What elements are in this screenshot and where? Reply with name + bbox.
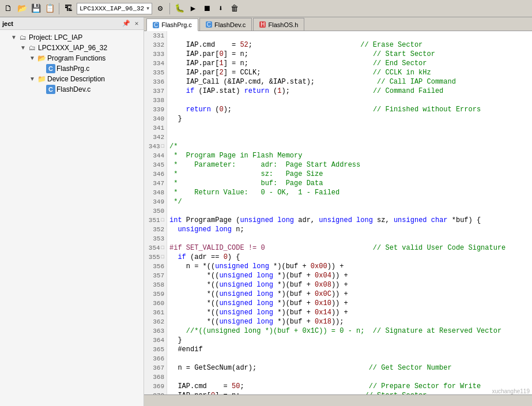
flashdev-label: FlashDev.c [56, 85, 90, 93]
program-functions-label: Program Functions [47, 54, 105, 62]
device-desc-folder-icon: 📁 [37, 74, 46, 84]
code-line: * Return Value: 0 - OK, 1 - Failed [169, 188, 532, 197]
toolbar-target-dropdown[interactable]: LPC1XXX_IAP_96_32 ▼ [77, 3, 152, 14]
content-area: C FlashPrg.c C FlashDev.c H FlashOS.h 33… [144, 17, 532, 406]
tab-flashprg[interactable]: C FlashPrg.c [146, 18, 198, 31]
line-number: 334 [144, 59, 167, 68]
code-line: } [169, 336, 532, 345]
sidebar: ject 📌 ✕ ▼ 🗂 Project: LPC_IAP ▼ 🗂 LPC1XX… [0, 17, 144, 406]
code-line [169, 234, 532, 243]
code-line [169, 373, 532, 382]
tree-item-program-functions[interactable]: ▼ 📂 Program Functions [0, 53, 144, 63]
line-number: 364 [144, 336, 167, 345]
tab-flashos[interactable]: H FlashOS.h [253, 18, 304, 31]
toolbar-icon-save[interactable]: 💾 [30, 3, 41, 14]
code-line: //*((unsigned long *)(buf + 0x1C)) = 0 -… [169, 326, 532, 336]
code-line: * buf: Page Data [169, 179, 532, 188]
toolbar-icon-stop[interactable]: ⏹ [201, 3, 213, 14]
sidebar-close-icon[interactable]: ✕ [132, 19, 141, 28]
code-line [169, 96, 532, 105]
line-number: 332 [144, 40, 167, 50]
toolbar-icon-settings[interactable]: ⚙ [154, 3, 166, 14]
line-number: 361 [144, 308, 167, 317]
line-number: 354□ [144, 243, 167, 253]
line-number: 351□ [144, 216, 167, 225]
sidebar-header-icons: 📌 ✕ [122, 19, 141, 28]
line-number: 346 [144, 170, 167, 179]
toolbar-icon-download[interactable]: ⬇ [215, 3, 227, 14]
line-number: 352 [144, 225, 167, 234]
line-number: 336 [144, 77, 167, 87]
code-line: } [169, 114, 532, 123]
device-group-toggle[interactable]: ▼ [18, 43, 28, 52]
tree-item-device-description[interactable]: ▼ 📁 Device Description [0, 74, 144, 84]
line-number: 341 [144, 123, 167, 133]
code-line: if (IAP.stat) return (1); // Command Fai… [169, 87, 532, 96]
code-line: int ProgramPage (unsigned long adr, unsi… [169, 216, 532, 225]
toolbar-icon-build[interactable]: 🏗 [63, 3, 74, 14]
tree-item-device-group[interactable]: ▼ 🗂 LPC1XXX_IAP_96_32 [0, 43, 144, 53]
tree-item-flashprg[interactable]: C FlashPrg.c [0, 63, 144, 74]
code-line: IAP.par[1] = n; // End Sector [169, 59, 532, 68]
code-line: IAP.par[0] = n; // Start Sector [169, 50, 532, 59]
tree-item-project[interactable]: ▼ 🗂 Project: LPC_IAP [0, 32, 144, 43]
line-number: 337 [144, 87, 167, 96]
tab-flashos-label: FlashOS.h [268, 21, 298, 28]
line-number: 335 [144, 68, 167, 77]
tab-flashdev-icon: C [206, 21, 212, 28]
project-label: Project: LPC_IAP [29, 33, 82, 42]
device-desc-toggle[interactable]: ▼ [28, 74, 37, 84]
device-group-label: LPC1XXX_IAP_96_32 [38, 44, 107, 52]
code-line: IAP_Call (&IAP.cmd, &IAP.stat); // Call … [169, 77, 532, 87]
tab-flashos-icon: H [259, 21, 266, 28]
toolbar-icon-open[interactable]: 📂 [16, 3, 28, 14]
code-line [169, 206, 532, 216]
flashdev-toggle [37, 85, 46, 94]
line-number: 357 [144, 271, 167, 280]
line-number: 348 [144, 188, 167, 197]
main-layout: ject 📌 ✕ ▼ 🗂 Project: LPC_IAP ▼ 🗂 LPC1XX… [0, 17, 532, 406]
line-number: 368 [144, 373, 167, 382]
line-number: 359 [144, 290, 167, 299]
line-number: 360 [144, 299, 167, 308]
prog-func-toggle[interactable]: ▼ [28, 54, 37, 63]
line-number: 339 [144, 105, 167, 114]
line-number: 362 [144, 317, 167, 326]
sidebar-title: ject [2, 20, 13, 27]
folder-open-icon: 📂 [37, 54, 46, 63]
toolbar-icon-new[interactable]: 🗋 [2, 3, 14, 14]
line-number: 366 [144, 354, 167, 363]
line-number: 331 [144, 31, 167, 40]
code-line: *((unsigned long *)(buf + 0x04)) + [169, 271, 532, 280]
code-line: * sz: Page Size [169, 170, 532, 179]
toolbar-icon-run[interactable]: ▶ [187, 3, 199, 14]
line-number: 333 [144, 50, 167, 59]
toolbar-icon-save-all[interactable]: 📋 [44, 3, 55, 14]
line-number: 342 [144, 133, 167, 142]
code-line: n = GetSecNum(adr); // Get Sector Number [169, 363, 532, 373]
toolbar-icon-debug[interactable]: 🐛 [173, 3, 185, 14]
file-c-icon-2: C [46, 85, 55, 94]
code-line: if (adr == 0) { [169, 253, 532, 262]
code-editor[interactable]: 331332333334335336337338339340341342343□… [144, 31, 532, 394]
line-number: 345 [144, 160, 167, 170]
code-line: IAP.cmd = 52; // Erase Sector [169, 40, 532, 50]
sidebar-pin-icon[interactable]: 📌 [122, 19, 131, 28]
line-number: 350 [144, 206, 167, 216]
code-line: * Program Page in Flash Memory [169, 151, 532, 160]
line-number: 340 [144, 114, 167, 123]
tab-flashdev-label: FlashDev.c [214, 21, 246, 28]
code-line: IAP.par[2] = CCLK; // CCLK in kHz [169, 68, 532, 77]
line-number: 343□ [144, 142, 167, 151]
tab-flashdev[interactable]: C FlashDev.c [199, 18, 252, 31]
code-content[interactable]: IAP.cmd = 52; // Erase Sector IAP.par[0]… [167, 31, 532, 394]
toolbar-icon-erase[interactable]: 🗑 [229, 3, 240, 14]
toolbar: 🗋 📂 💾 📋 🏗 LPC1XXX_IAP_96_32 ▼ ⚙ 🐛 ▶ ⏹ ⬇ … [0, 0, 532, 17]
code-line: *((unsigned long *)(buf + 0x18)); [169, 317, 532, 326]
tree-item-flashdev[interactable]: C FlashDev.c [0, 84, 144, 95]
line-number: 367 [144, 363, 167, 373]
project-icon: 🗂 [18, 33, 28, 42]
line-number: 349 [144, 197, 167, 206]
project-toggle[interactable]: ▼ [9, 33, 18, 42]
project-tree: ▼ 🗂 Project: LPC_IAP ▼ 🗂 LPC1XXX_IAP_96_… [0, 30, 144, 97]
